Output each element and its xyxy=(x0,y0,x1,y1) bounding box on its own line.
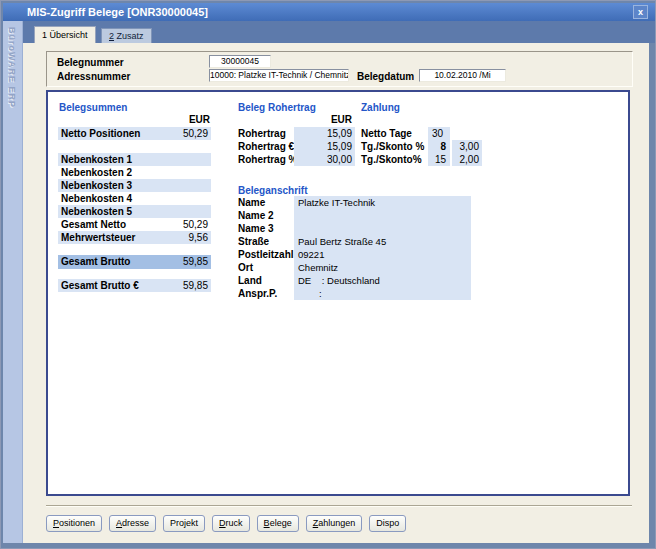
summary-row-gesamt-netto: Gesamt Netto50,29 xyxy=(58,218,211,231)
zahlungen-button[interactable]: Zahlungen xyxy=(306,515,363,532)
address-row-value: Paul Bertz Straße 45 xyxy=(298,235,386,248)
rohertrag-row-label: Rohertrag xyxy=(238,127,286,140)
address-row-label: Name 2 xyxy=(238,209,274,222)
address-row-value: DE : Deutschland xyxy=(298,274,380,287)
app-window: MIS-Zugriff Belege [ONR30000045] x BüroW… xyxy=(0,0,656,549)
adressnummer-label: Adressnummer xyxy=(57,71,130,82)
zahlung-prozent-cell: 2,00 xyxy=(452,153,482,166)
summary-row-gesamt-brutto: Gesamt Brutto59,85 xyxy=(58,255,211,269)
druck-button[interactable]: Druck xyxy=(212,515,250,532)
header-fields-box: Belegnummer 30000045 Adressnummer 10000:… xyxy=(46,51,633,87)
belegsummen-currency-header: EUR xyxy=(58,114,210,125)
zahlung-row-label: Tg./Skonto% xyxy=(361,153,422,166)
address-row-label: Postleitzahl xyxy=(238,248,294,261)
tab-uebersicht[interactable]: 1 Übersicht xyxy=(34,26,96,43)
rohertrag-row-label: Rohertrag € xyxy=(238,140,294,153)
zahlung-row-label: Tg./Skonto % xyxy=(361,140,424,153)
summary-row-nebenkosten-3: Nebenkosten 3 xyxy=(58,179,211,192)
address-row-label: Ort xyxy=(238,261,253,274)
address-row-value: : xyxy=(298,287,322,300)
rohertrag-row-value: 15,09 xyxy=(294,127,355,140)
address-row-value: Platzke IT-Technik xyxy=(298,196,375,209)
close-button[interactable]: x xyxy=(633,5,648,19)
projekt-button[interactable]: Projekt xyxy=(163,515,205,532)
zahlung-row-label: Netto Tage xyxy=(361,127,412,140)
address-row-label: Name 3 xyxy=(238,222,274,235)
zahlung-prozent-cell: 3,00 xyxy=(452,140,482,153)
rohertrag-row-value: 15,09 xyxy=(294,140,355,153)
belege-button[interactable]: Belege xyxy=(257,515,299,532)
belegnummer-input[interactable]: 30000045 xyxy=(209,55,271,68)
belegnummer-label: Belegnummer xyxy=(57,57,124,68)
brand-sidebar: BüroWARE ERP xyxy=(3,21,23,543)
window-title: MIS-Zugriff Belege [ONR30000045] xyxy=(27,6,208,18)
tab-zusatz-label: 2 Zusatz xyxy=(109,31,144,41)
tab-zusatz[interactable]: 2 Zusatz xyxy=(101,28,152,43)
action-button-row: Positionen Adresse Projekt Druck Belege … xyxy=(46,515,406,532)
rohertrag-row-label: Rohertrag % xyxy=(238,153,297,166)
brand-text: BüroWARE ERP xyxy=(7,27,17,108)
adresse-button[interactable]: Adresse xyxy=(109,515,156,532)
belegdatum-input[interactable]: 10.02.2010 /Mi xyxy=(419,69,506,82)
positionen-button[interactable]: Positionen xyxy=(46,515,102,532)
adressnummer-input[interactable]: 10000: Platzke IT-Technik / Chemnitz xyxy=(209,69,349,82)
address-row-value: 09221 xyxy=(298,248,324,261)
close-icon: x xyxy=(638,7,643,17)
address-row-label: Name xyxy=(238,196,265,209)
summary-row-mehrwertsteuer: Mehrwertsteuer9,56 xyxy=(58,231,211,244)
rohertrag-title: Beleg Rohertrag xyxy=(238,102,316,113)
summary-row-nebenkosten-2: Nebenkosten 2 xyxy=(58,166,211,179)
rohertrag-currency-header: EUR xyxy=(294,114,352,125)
tab-strip: 1 Übersicht 2 Zusatz xyxy=(23,21,655,43)
title-bar: MIS-Zugriff Belege [ONR30000045] x xyxy=(3,3,655,21)
tab-uebersicht-label: 1 Übersicht xyxy=(42,30,88,40)
belegsummen-title: Belegsummen xyxy=(59,102,127,113)
address-row-label: Land xyxy=(238,274,262,287)
summary-row-nebenkosten-5: Nebenkosten 5 xyxy=(58,205,211,218)
address-row-value: Chemnitz xyxy=(298,261,338,274)
summary-row-nebenkosten-4: Nebenkosten 4 xyxy=(58,192,211,205)
beleganschrift-title: Beleganschrift xyxy=(238,185,307,196)
zahlung-title: Zahlung xyxy=(361,102,400,113)
address-row-label: Anspr.P. xyxy=(238,287,277,300)
summary-row-netto-positionen: Netto Positionen50,29 xyxy=(58,127,211,140)
dispo-button[interactable]: Dispo xyxy=(369,515,406,532)
rohertrag-row-value: 30,00 xyxy=(294,153,355,166)
summary-row-gesamt-brutto-eur: Gesamt Brutto €59,85 xyxy=(58,279,211,292)
tab-page: Belegnummer 30000045 Adressnummer 10000:… xyxy=(23,43,649,543)
zahlung-prozent-cell xyxy=(452,127,482,140)
main-panel: Belegsummen EUR Netto Positionen50,29 Ne… xyxy=(46,90,630,496)
belegdatum-label: Belegdatum xyxy=(357,71,414,82)
address-row-label: Straße xyxy=(238,235,269,248)
zahlung-tage-cell: 30 xyxy=(428,127,450,140)
zahlung-tage-cell: 15 xyxy=(428,153,450,166)
zahlung-tage-cell: 8 xyxy=(428,140,450,153)
summary-row-nebenkosten-1: Nebenkosten 1 xyxy=(58,153,211,166)
bottom-divider xyxy=(46,505,632,507)
